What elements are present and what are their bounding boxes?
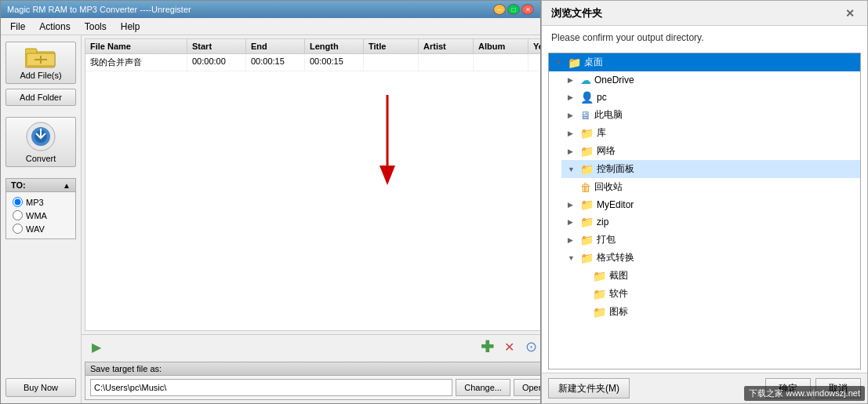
add-files-label: Add File(s) <box>20 71 61 80</box>
chevron-icon: ▶ <box>568 236 577 244</box>
tree-item-controlpanel[interactable]: ▼ 📁 控制面板 <box>561 160 860 178</box>
mp3-radio[interactable] <box>13 197 23 207</box>
tree-item-onedrive[interactable]: ▶ ☁ OneDrive <box>561 71 860 89</box>
chevron-icon: ▶ <box>568 201 577 209</box>
tree-item-myeditor[interactable]: ▶ 📁 MyEditor <box>561 196 860 213</box>
browser-close-button[interactable]: ✕ <box>842 5 858 21</box>
tree-item-mycomputer[interactable]: ▶ 🖥 此电脑 <box>561 106 860 124</box>
chevron-icon: ▶ <box>568 111 577 119</box>
col-start[interactable]: Start <box>187 39 246 53</box>
col-artist[interactable]: Artist <box>419 39 474 53</box>
chevron-icon: ▼ <box>568 166 577 173</box>
network-folder-icon: 📁 <box>580 145 594 158</box>
save-header: Save target file as: ▲ <box>85 362 540 376</box>
wma-label: WMA <box>26 211 47 220</box>
save-label: Save target file as: <box>90 364 162 373</box>
delete-button[interactable]: ✕ <box>500 338 518 355</box>
maximize-button[interactable]: □ <box>507 4 520 15</box>
save-path-input[interactable] <box>90 379 452 396</box>
convert-icon <box>25 121 56 152</box>
move-up-button[interactable]: ⊙ <box>522 338 539 355</box>
tree-item-recycle[interactable]: 🗑 回收站 <box>561 178 860 196</box>
tree-label-icons: 图标 <box>609 305 628 318</box>
table-row[interactable]: 我的合并声音 00:00:00 00:00:15 00:00:15 <box>85 54 540 71</box>
cell-end: 00:00:15 <box>246 54 305 71</box>
cell-filename: 我的合并声音 <box>85 54 187 71</box>
chevron-icon: ▶ <box>568 76 577 84</box>
col-length[interactable]: Length <box>305 39 364 53</box>
zip-folder-icon: 📁 <box>580 216 594 228</box>
tree-item-software[interactable]: 📁 软件 <box>574 285 860 303</box>
format-radio-group: MP3 WMA WAV <box>6 192 75 238</box>
svg-marker-9 <box>380 166 395 185</box>
minimize-button[interactable]: ─ <box>493 4 506 15</box>
control-panel-icon: 📁 <box>580 163 594 176</box>
tree-label-mycomputer: 此电脑 <box>594 108 623 122</box>
menu-file[interactable]: File <box>4 20 31 34</box>
software-folder-icon: 📁 <box>593 288 606 300</box>
left-sidebar: Add File(s) Add Folder Convert <box>1 35 82 403</box>
to-section: TO: ▲ MP3 WMA WAV <box>5 178 76 239</box>
chevron-icon: ▼ <box>568 254 577 262</box>
tree-item-desktop[interactable]: ▼ 📁 桌面 <box>549 53 860 71</box>
tree-item-network[interactable]: ▶ 📁 网络 <box>561 142 860 160</box>
col-title[interactable]: Title <box>364 39 419 53</box>
save-target-section: Save target file as: ▲ Change... Open... <box>85 362 540 400</box>
cell-start: 00:00:00 <box>187 54 246 71</box>
tree-item-format[interactable]: ▼ 📁 格式转换 <box>561 249 860 267</box>
open-button[interactable]: Open... <box>514 379 540 396</box>
col-year[interactable]: Year <box>528 39 540 53</box>
pc-icon: 🖥 <box>580 109 591 122</box>
add-folder-button[interactable]: Add Folder <box>5 89 76 106</box>
chevron-icon: ▶ <box>568 218 577 226</box>
add-folder-label: Add Folder <box>20 93 62 102</box>
cloud-icon: ☁ <box>580 74 591 86</box>
tree-label-software: 软件 <box>609 287 628 300</box>
tree-label-format: 格式转换 <box>597 251 634 264</box>
main-content: File Name Start End Length Title Artist … <box>82 35 540 403</box>
wma-radio[interactable] <box>13 210 23 220</box>
tree-label-desktop: 桌面 <box>584 56 603 69</box>
col-filename[interactable]: File Name <box>85 39 187 53</box>
cell-artist <box>419 54 474 71</box>
format-wma-option[interactable]: WMA <box>13 210 69 220</box>
change-button[interactable]: Change... <box>456 379 510 396</box>
tree-label-myeditor: MyEditor <box>597 199 634 210</box>
tree-item-library[interactable]: ▶ 📁 库 <box>561 124 860 142</box>
buy-now-button[interactable]: Buy Now <box>5 378 76 397</box>
format-mp3-option[interactable]: MP3 <box>13 197 69 207</box>
close-button[interactable]: ✕ <box>521 4 534 15</box>
to-header: TO: ▲ <box>6 179 75 192</box>
menu-bar: File Actions Tools Help <box>1 18 540 35</box>
browser-title: 浏览文件夹 <box>551 6 602 20</box>
play-button[interactable]: ▶ <box>88 338 105 355</box>
menu-tools[interactable]: Tools <box>78 20 113 34</box>
table-toolbar: ▶ ✚ ✕ ⊙ ⊕ <box>82 334 540 359</box>
col-end[interactable]: End <box>246 39 305 53</box>
new-folder-button[interactable]: 新建文件夹(M) <box>548 378 630 399</box>
menu-help[interactable]: Help <box>114 20 147 34</box>
file-table: File Name Start End Length Title Artist … <box>85 38 540 331</box>
tree-item-pack[interactable]: ▶ 📁 打包 <box>561 231 860 249</box>
cell-title <box>364 54 419 71</box>
folder-tree[interactable]: ▼ 📁 桌面 ▶ ☁ OneDrive ▶ 👤 pc ▶ 🖥 此电脑 ▶ 📁 库 <box>548 53 861 369</box>
wav-radio[interactable] <box>13 224 23 234</box>
col-album[interactable]: Album <box>474 39 528 53</box>
tree-label-pc: pc <box>597 92 607 103</box>
add-files-button[interactable]: Add File(s) <box>5 42 76 84</box>
folder-open-icon <box>25 45 56 69</box>
title-bar-buttons: ─ □ ✕ <box>493 4 534 15</box>
app-body: Add File(s) Add Folder Convert <box>1 35 540 403</box>
add-file-button[interactable]: ✚ <box>478 338 496 355</box>
play-icon: ▶ <box>92 340 101 355</box>
convert-button[interactable]: Convert <box>5 117 76 167</box>
menu-actions[interactable]: Actions <box>33 20 76 34</box>
convert-label: Convert <box>26 154 56 163</box>
tree-item-zip[interactable]: ▶ 📁 zip <box>561 213 860 231</box>
file-browser-panel: 浏览文件夹 ✕ Please confirm your output direc… <box>541 0 868 404</box>
format-wav-option[interactable]: WAV <box>13 224 69 234</box>
tree-item-pc[interactable]: ▶ 👤 pc <box>561 89 860 106</box>
tree-item-screenshot[interactable]: 📁 截图 <box>574 267 860 285</box>
tree-item-icons[interactable]: 📁 图标 <box>574 303 860 321</box>
to-collapse-icon[interactable]: ▲ <box>63 181 71 190</box>
